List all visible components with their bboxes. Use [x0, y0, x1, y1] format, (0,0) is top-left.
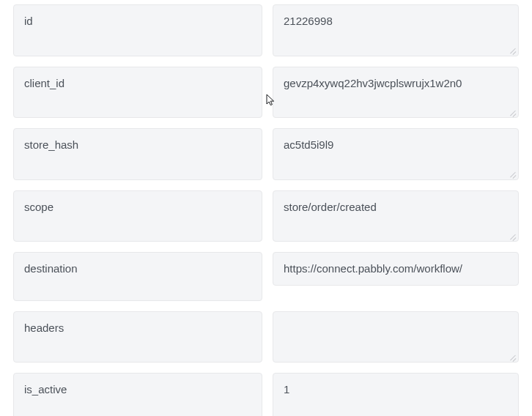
- field-row-store-hash: [13, 128, 519, 180]
- field-row-headers: [13, 311, 519, 363]
- field-key-input[interactable]: [13, 373, 262, 416]
- field-value-input[interactable]: [273, 67, 519, 119]
- field-key-input[interactable]: [13, 190, 262, 242]
- field-value-input[interactable]: [273, 4, 519, 56]
- field-row-client-id: [13, 67, 519, 119]
- field-value-input[interactable]: [273, 311, 519, 363]
- field-key-input[interactable]: [13, 128, 262, 180]
- field-row-scope: [13, 190, 519, 242]
- field-row-is-active: [13, 373, 519, 416]
- field-row-id: [13, 4, 519, 56]
- field-value-input[interactable]: [273, 128, 519, 180]
- field-key-input[interactable]: [13, 67, 262, 119]
- field-key-input[interactable]: [13, 4, 262, 56]
- field-value-input[interactable]: [273, 373, 519, 416]
- field-value-input[interactable]: [273, 190, 519, 242]
- field-value-input[interactable]: [273, 252, 519, 286]
- field-key-input[interactable]: [13, 252, 262, 301]
- field-row-destination: [13, 252, 519, 301]
- field-key-input[interactable]: [13, 311, 262, 363]
- fields-list: [13, 4, 519, 416]
